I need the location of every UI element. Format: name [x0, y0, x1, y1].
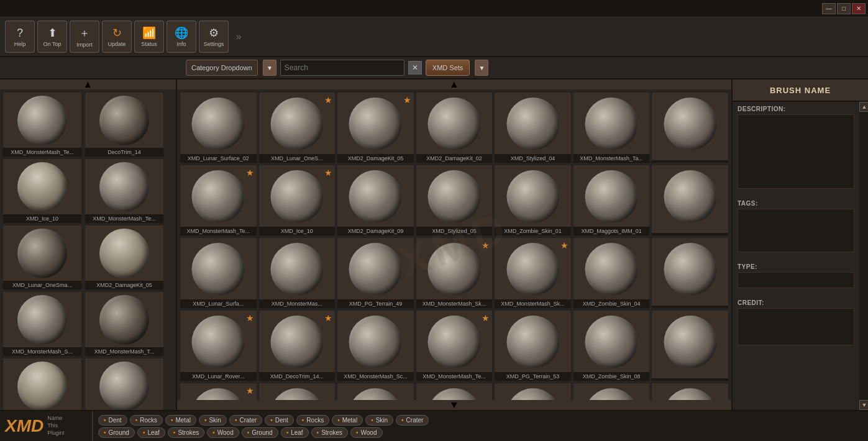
left-scroll-up[interactable]: ▲: [0, 80, 176, 89]
tag-pill[interactable]: Ground: [242, 427, 278, 438]
left-brush-cell[interactable]: XMD_Zombie_Skin_04: [2, 358, 82, 410]
main-brush-label: XMD2_DamageKit_02: [416, 154, 493, 163]
tag-pill[interactable]: Rocks: [296, 415, 329, 425]
tag-pill[interactable]: Leaf: [137, 427, 165, 438]
main-brush-thumbnail: [585, 388, 638, 400]
main-brush-cell[interactable]: ★XMD_Lunar_Crater...: [180, 383, 257, 400]
main-brush-cell[interactable]: XMD_MonsterMash_Ta...: [258, 383, 336, 400]
main-brush-cell[interactable]: XMD_Maggots_IMM_01: [573, 165, 651, 236]
tag-pill[interactable]: Rocks: [130, 415, 163, 425]
main-brush-cell[interactable]: XMD_MonsterMash_Ta...: [573, 92, 651, 163]
search-input[interactable]: [285, 63, 400, 72]
tag-pill[interactable]: Strokes: [311, 427, 348, 438]
import-button[interactable]: ＋ Import: [70, 20, 99, 53]
tag-pill[interactable]: Leaf: [281, 427, 309, 438]
description-box[interactable]: [738, 114, 854, 189]
tag-pill[interactable]: Skin: [365, 415, 393, 425]
main-brush-cell[interactable]: XMD_PG_Terrain_49: [337, 237, 414, 309]
main-brush-cell[interactable]: XMD2_DamageKit_02: [416, 92, 493, 163]
main-brush-cell[interactable]: ★XMD_MonsterMash_Te...: [180, 165, 257, 236]
tag-pill[interactable]: Dent: [265, 415, 294, 425]
main-brush-cell[interactable]: ★XMD_MonsterMash_Sk...: [494, 237, 572, 309]
left-brush-cell[interactable]: XMD_MonsterMash_T...: [85, 291, 164, 357]
center-scroll-down[interactable]: ▼: [177, 400, 731, 410]
xmd-sets-button[interactable]: XMD Sets: [426, 60, 470, 76]
main-brush-cell[interactable]: ★XMD_DecoTrim_14...: [258, 310, 336, 381]
tag-pill[interactable]: Skin: [199, 415, 227, 425]
center-scroll-up[interactable]: ▲: [177, 80, 731, 89]
left-brush-cell[interactable]: XMD_MonsterMash_Te...: [85, 158, 164, 224]
tag-pill[interactable]: Metal: [165, 415, 196, 425]
main-brush-cell[interactable]: XMD_HardSurface_Ed...: [494, 383, 572, 400]
left-brush-cell[interactable]: XMD_Stylized_04: [85, 358, 164, 410]
help-button[interactable]: ? Help: [5, 20, 35, 53]
main-brush-cell[interactable]: XMD_PG_Terrain_53: [494, 310, 572, 381]
tag-pill[interactable]: Strokes: [168, 427, 204, 438]
left-brush-cell[interactable]: XMD_Ice_10: [2, 158, 82, 224]
main-brush-cell[interactable]: [651, 383, 729, 400]
main-brush-cell[interactable]: XMD2_DamageKit_09: [337, 165, 414, 236]
tag-pill[interactable]: Metal: [332, 415, 363, 425]
brush-thumbnail: [17, 162, 67, 212]
main-brush-cell[interactable]: ★XMD_MonsterMash_Sk...: [416, 237, 493, 309]
close-button[interactable]: ✕: [852, 3, 866, 14]
main-brush-cell[interactable]: XMD_Flourish_12: [337, 383, 414, 400]
main-brush-cell[interactable]: XMD_MonsterMas...: [258, 237, 336, 309]
category-dropdown[interactable]: Category Dropdown: [186, 60, 258, 76]
main-brush-cell[interactable]: XMD_Lunar_Surface_02: [180, 92, 257, 163]
ontop-icon: ⬆: [48, 26, 57, 40]
left-brush-cell[interactable]: XMD_MonsterMash_S...: [2, 291, 82, 357]
type-box[interactable]: [738, 272, 854, 288]
main-brush-thumbnail: [585, 316, 638, 368]
main-brush-cell[interactable]: XMD_MonsterMash_Sc...: [337, 310, 414, 381]
main-brush-cell[interactable]: ★XMD2_DamageKit_05: [337, 92, 414, 163]
status-button[interactable]: 📶 Status: [134, 20, 164, 53]
left-brush-cell[interactable]: DecoTrim_14: [85, 92, 164, 157]
status-label: Status: [141, 41, 157, 47]
tag-pill[interactable]: Dent: [98, 415, 127, 425]
main-brush-cell[interactable]: XMD_Zombie_Skin_08: [573, 310, 651, 381]
info-button[interactable]: 🌐 Info: [167, 20, 196, 53]
main-brush-cell[interactable]: ★XMD_Lunar_OneS...: [258, 92, 336, 163]
main-brush-cell[interactable]: XMD_Zombie_Skin_01: [494, 165, 572, 236]
left-brush-cell[interactable]: XMD2_DamageKit_05: [85, 225, 164, 290]
main-brush-cell[interactable]: [651, 237, 729, 309]
ontop-button[interactable]: ⬆ On Top: [37, 20, 67, 53]
main-brush-cell[interactable]: ★XMD_MonsterMash_Te...: [416, 310, 493, 381]
tag-pill[interactable]: Wood: [350, 427, 382, 438]
xmd-sets-arrow[interactable]: ▼: [475, 60, 488, 76]
logo-text: NameThisPlugin!: [47, 415, 65, 437]
main-brush-cell[interactable]: XMD_Stylized_05: [416, 165, 493, 236]
tag-pill[interactable]: Wood: [207, 427, 239, 438]
tags-box[interactable]: [738, 209, 854, 252]
main-brush-thumbnail: [506, 98, 559, 150]
main-brush-cell[interactable]: ★XMD_Lunar_Rover...: [180, 310, 257, 381]
tag-pill[interactable]: Ground: [98, 427, 135, 438]
main-brush-cell[interactable]: [651, 310, 729, 381]
credit-box[interactable]: [738, 308, 854, 345]
main-brush-cell[interactable]: [651, 165, 729, 236]
info-label: Info: [176, 41, 186, 47]
left-brush-cell[interactable]: XMD_MonsterMash_Te...: [2, 92, 82, 157]
settings-button[interactable]: ⚙ Settings: [199, 20, 229, 53]
search-clear-button[interactable]: ✕: [408, 61, 422, 75]
main-brush-cell[interactable]: XMD_Stylized_04: [494, 92, 572, 163]
update-button[interactable]: ↻ Update: [102, 20, 132, 53]
minimize-button[interactable]: —: [822, 3, 836, 14]
right-scroll-down[interactable]: ▼: [859, 400, 868, 410]
main-brush-cell[interactable]: XMD_PG_Terrain_52: [573, 383, 651, 400]
maximize-button[interactable]: □: [837, 3, 851, 14]
main-brush-thumbnail: [192, 316, 245, 368]
right-scroll-up[interactable]: ▲: [859, 102, 868, 112]
right-scrollbar[interactable]: ▲ ▼: [859, 102, 868, 410]
main-brush-cell[interactable]: XMD_Zombie_Skin_04: [573, 237, 651, 309]
main-brush-cell[interactable]: XMD_Lunar_Surfa...: [180, 237, 257, 309]
main-brush-cell[interactable]: ★XMD_Ice_10: [258, 165, 336, 236]
category-arrow[interactable]: ▼: [263, 60, 276, 76]
main-brush-cell[interactable]: XMD_MasterCloth_Ma...: [416, 383, 493, 400]
toolbar-more[interactable]: »: [231, 20, 246, 53]
left-brush-cell[interactable]: XMD_Lunar_OneSma...: [2, 225, 82, 290]
tag-pill[interactable]: Crater: [229, 415, 262, 425]
main-brush-cell[interactable]: [651, 92, 729, 163]
tag-pill[interactable]: Crater: [396, 415, 429, 425]
